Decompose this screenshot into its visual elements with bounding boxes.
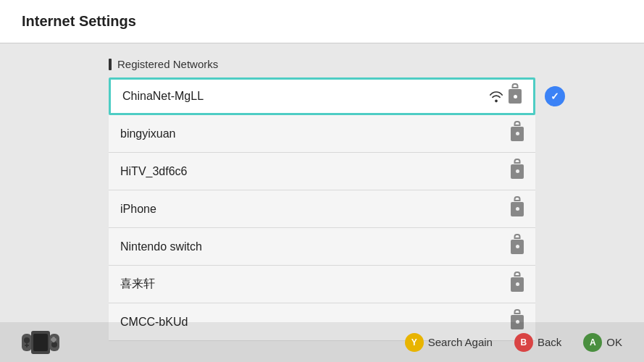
network-name: HiTV_3df6c6 (120, 165, 188, 178)
svg-point-11 (52, 340, 55, 342)
network-name: ChinaNet-MgLL (122, 90, 204, 103)
network-icons (488, 89, 522, 104)
svg-rect-2 (33, 334, 48, 351)
b-button-icon: B (514, 333, 533, 352)
network-name: iPhone (120, 203, 156, 216)
network-icons (511, 240, 524, 254)
search-again-label: Search Again (428, 336, 493, 348)
network-name: bingyixuan (120, 127, 176, 140)
bottom-bar: Y Search Again B Back A OK (0, 322, 644, 362)
lock-icon (511, 277, 524, 292)
network-list: ChinaNet-MgLL bingyixuanHiTV_3df6c6iPhon… (109, 77, 535, 341)
lock-icon (511, 202, 524, 216)
network-icons (511, 164, 524, 179)
svg-point-5 (51, 342, 57, 348)
section-label: Registered Networks (109, 58, 535, 70)
network-icons (511, 202, 524, 216)
search-again-button[interactable]: Y Search Again (405, 333, 493, 352)
network-list-item[interactable]: iPhone (109, 190, 535, 228)
header: Internet Settings (0, 0, 644, 43)
svg-rect-7 (26, 343, 28, 348)
wifi-icon (488, 90, 504, 103)
network-list-item[interactable]: 喜来轩 (109, 266, 535, 303)
network-icons (511, 127, 524, 141)
network-icons (511, 277, 524, 292)
connected-checkmark-icon (545, 86, 565, 106)
main-content: Registered Networks ChinaNet-MgLL bingyi… (0, 43, 644, 362)
switch-icon-area (22, 331, 59, 354)
lock-icon (511, 127, 524, 141)
network-list-item[interactable]: bingyixuan (109, 115, 535, 153)
network-list-item[interactable]: Nintendo switch (109, 228, 535, 266)
a-button-icon: A (583, 333, 602, 352)
y-button-icon: Y (405, 333, 424, 352)
network-list-item[interactable]: ChinaNet-MgLL (109, 77, 535, 115)
network-name: 喜来轩 (120, 277, 155, 292)
back-button[interactable]: B Back (514, 333, 561, 352)
lock-icon (511, 164, 524, 179)
ok-button[interactable]: A OK (583, 333, 622, 352)
svg-point-10 (52, 337, 55, 340)
svg-point-4 (24, 337, 30, 343)
network-list-item[interactable]: HiTV_3df6c6 (109, 153, 535, 190)
lock-icon (511, 240, 524, 254)
page-title: Internet Settings (22, 13, 136, 30)
back-label: Back (538, 336, 561, 348)
switch-icon (22, 331, 59, 354)
lock-icon (509, 89, 522, 104)
ok-label: OK (606, 336, 622, 348)
network-name: Nintendo switch (120, 240, 202, 253)
